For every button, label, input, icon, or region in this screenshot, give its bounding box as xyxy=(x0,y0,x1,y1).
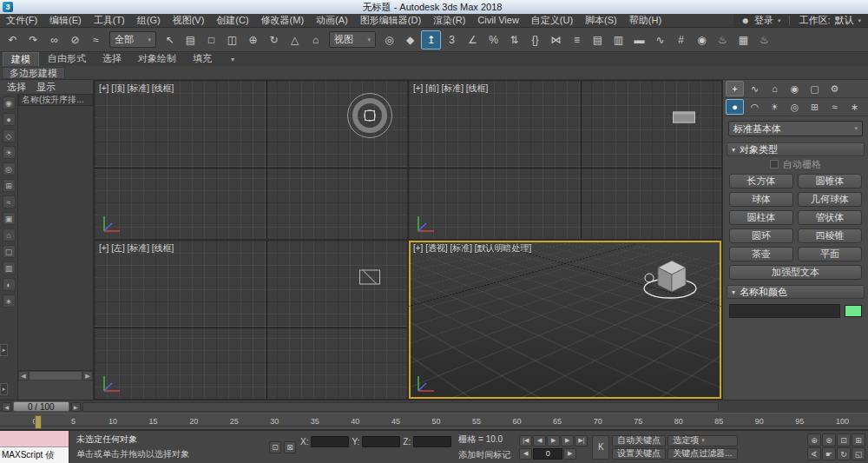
window-crossing-toggle-icon[interactable]: ◫ xyxy=(222,30,242,50)
display-tab[interactable]: ▢ xyxy=(806,81,824,96)
textplus-button[interactable]: 加强型文本 xyxy=(729,265,862,280)
scroll-right-icon[interactable]: ▶ xyxy=(82,371,93,380)
add-time-tag-button[interactable]: 添加时间标记 xyxy=(458,449,510,461)
unlink-selection-icon[interactable]: ⊘ xyxy=(65,30,85,50)
go-to-end-icon[interactable]: ▶| xyxy=(575,435,588,446)
panel-expand-arrow[interactable]: ▸ xyxy=(0,383,8,395)
curve-editor-icon[interactable]: ∿ xyxy=(650,30,670,50)
modify-tab[interactable]: ∿ xyxy=(746,81,764,96)
undo-icon[interactable]: ↶ xyxy=(3,30,23,50)
plane-button[interactable]: 平面 xyxy=(798,247,862,261)
rendered-frame-window-icon[interactable]: ▦ xyxy=(733,30,753,50)
lights-category-icon[interactable]: ☀ xyxy=(766,99,784,115)
edit-named-selection-sets-icon[interactable]: {} xyxy=(525,30,545,50)
motion-tab[interactable]: ◉ xyxy=(786,81,804,96)
se-display-all-icon[interactable]: ◉ xyxy=(3,96,16,109)
hierarchy-tab[interactable]: ⌂ xyxy=(766,81,784,96)
viewport-perspective[interactable]: [+] [透视] [标准] [默认明暗处理] xyxy=(409,241,721,399)
mirror-icon[interactable]: ⋈ xyxy=(546,30,566,50)
render-setup-icon[interactable]: ♨ xyxy=(713,30,733,50)
menu-civil-view[interactable]: Civil View xyxy=(471,14,524,27)
y-coordinate-input[interactable] xyxy=(362,436,400,447)
systems-category-icon[interactable]: ∗ xyxy=(845,99,864,115)
menu-rendering[interactable]: 渲染(R) xyxy=(427,14,471,27)
scene-object-list[interactable] xyxy=(18,106,93,370)
zoom-extents-icon[interactable]: ⊡ xyxy=(837,433,851,446)
explorer-horizontal-scrollbar[interactable]: ◀ ▶ xyxy=(18,370,93,380)
viewport-perspective-label[interactable]: [+] [透视] [标准] [默认明暗处理] xyxy=(413,242,531,255)
menu-views[interactable]: 视图(V) xyxy=(167,14,211,27)
align-icon[interactable]: ≡ xyxy=(567,30,587,50)
play-animation-icon[interactable]: ▶ xyxy=(547,435,560,446)
tube-object-top-view[interactable] xyxy=(347,93,392,138)
object-type-rollout-header[interactable]: ▾ 对象类型 xyxy=(727,142,865,156)
viewport-front-label[interactable]: [+] [前] [标准] [线框] xyxy=(413,83,488,95)
snaps-toggle-icon[interactable]: 3 xyxy=(442,30,462,50)
selection-lock-toggle-icon[interactable]: ⊠ xyxy=(284,441,296,453)
se-bones-filter-icon[interactable]: ⌂ xyxy=(3,228,16,241)
render-production-icon[interactable]: ♨ xyxy=(754,30,774,50)
tube-button[interactable]: 管状体 xyxy=(798,210,862,225)
se-cameras-filter-icon[interactable]: ◎ xyxy=(3,162,16,175)
material-editor-icon[interactable]: ◉ xyxy=(692,30,712,50)
selection-filter-dropdown[interactable]: 全部 ▾ xyxy=(109,31,156,48)
select-and-rotate-icon[interactable]: ↻ xyxy=(264,30,284,50)
object-name-input[interactable] xyxy=(729,304,840,318)
se-containers-filter-icon[interactable]: ▢ xyxy=(3,245,16,258)
menu-file[interactable]: 文件(F) xyxy=(0,14,43,27)
pan-view-icon[interactable]: ☛ xyxy=(822,447,836,460)
autogrid-checkbox[interactable] xyxy=(770,160,779,169)
name-column-header[interactable]: 名称(按升序排... xyxy=(18,94,93,106)
isolate-selection-toggle-icon[interactable]: ⊡ xyxy=(269,441,281,453)
se-helpers-filter-icon[interactable]: ⊞ xyxy=(3,179,16,192)
select-and-link-icon[interactable]: ∞ xyxy=(44,30,64,50)
menu-graph-editors[interactable]: 图形编辑器(D) xyxy=(354,14,427,27)
time-slider-prev-arrow[interactable]: ◀ xyxy=(2,402,11,412)
ribbon-subtab-polygon-modeling[interactable]: 多边形建模 xyxy=(2,67,65,79)
orbit-viewport-icon[interactable]: ↻ xyxy=(837,447,851,460)
keyboard-shortcut-override-icon[interactable]: ↥ xyxy=(421,30,441,50)
ribbon-minimize-icon[interactable]: ▾ xyxy=(226,56,240,63)
rectangular-selection-region-icon[interactable]: □ xyxy=(201,30,221,50)
spinner-snap-icon[interactable]: ⇅ xyxy=(504,30,524,50)
select-by-name-icon[interactable]: ▤ xyxy=(181,30,201,50)
next-frame-icon[interactable]: ▶ xyxy=(561,435,574,446)
object-color-swatch[interactable] xyxy=(845,305,862,317)
viewport-top[interactable]: [+] [顶] [标准] [线框] xyxy=(95,81,407,239)
go-to-start-icon[interactable]: |◀ xyxy=(519,435,532,446)
menu-group[interactable]: 组(G) xyxy=(131,14,167,27)
maxscript-mini-listener[interactable]: MAXScript 侦 xyxy=(0,431,69,463)
viewport-front[interactable]: [+] [前] [标准] [线框] xyxy=(409,81,721,239)
se-xrefs-filter-icon[interactable]: ▥ xyxy=(3,261,16,274)
viewport-top-label[interactable]: [+] [顶] [标准] [线框] xyxy=(99,83,174,95)
next-key-icon[interactable]: ▶ xyxy=(563,448,576,460)
explorer-menu-select[interactable]: 选择 xyxy=(2,81,31,94)
current-frame-marker[interactable] xyxy=(35,415,42,429)
time-slider-next-arrow[interactable]: ▶ xyxy=(71,402,81,412)
selected-dropdown[interactable]: 选定项 ▾ xyxy=(667,435,737,446)
box-button[interactable]: 长方体 xyxy=(729,174,793,189)
previous-key-icon[interactable]: ◀ xyxy=(519,448,532,460)
menu-modifiers[interactable]: 修改器(M) xyxy=(255,14,311,27)
tube-object-front-view[interactable] xyxy=(673,111,695,122)
create-tab[interactable]: + xyxy=(726,81,744,96)
z-coordinate-input[interactable] xyxy=(413,436,451,447)
ribbon-tab-selection[interactable]: 选择 xyxy=(95,52,129,66)
ribbon-tab-modeling[interactable]: 建模 xyxy=(3,52,39,66)
time-slider-track[interactable] xyxy=(82,402,719,412)
viewport-left[interactable]: [+] [左] [标准] [线框] xyxy=(95,241,407,399)
box-object-perspective[interactable] xyxy=(641,254,701,304)
panel-expand-arrow[interactable]: ▸ xyxy=(0,344,8,356)
menu-create[interactable]: 创建(C) xyxy=(210,14,254,27)
sphere-button[interactable]: 球体 xyxy=(729,192,793,207)
field-of-view-icon[interactable]: ∢ xyxy=(807,447,821,460)
se-spacewarps-filter-icon[interactable]: ≈ xyxy=(3,195,16,208)
toggle-scene-explorer-icon[interactable]: ▤ xyxy=(588,30,608,50)
se-misc-filter-icon[interactable]: ∗ xyxy=(3,294,16,308)
previous-frame-icon[interactable]: ◀ xyxy=(533,435,546,446)
percent-snap-icon[interactable]: % xyxy=(483,30,503,50)
set-keys-button[interactable]: K xyxy=(592,435,609,460)
current-frame-field[interactable]: 0 xyxy=(533,448,562,460)
workspace-selector[interactable]: 默认 xyxy=(834,14,853,27)
scrollbar-thumb[interactable] xyxy=(30,372,82,380)
